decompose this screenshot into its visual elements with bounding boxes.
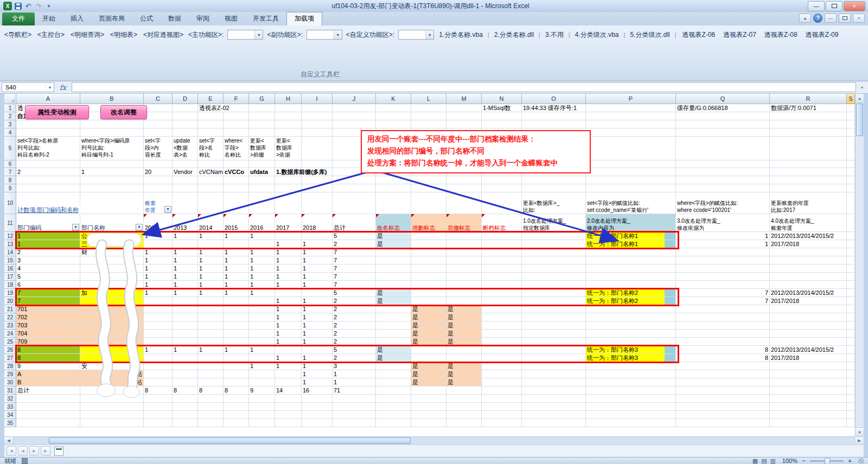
- ribbon-tab-加载项[interactable]: 加载项: [286, 12, 322, 25]
- cell-S16[interactable]: [847, 265, 855, 273]
- cell-R2[interactable]: [770, 112, 847, 120]
- cell-Q25[interactable]: [676, 338, 770, 346]
- row-header-26[interactable]: 26: [4, 346, 16, 354]
- cell-O22[interactable]: [522, 313, 586, 321]
- cell-N10[interactable]: [482, 192, 522, 214]
- workbook-close-button[interactable]: ×: [853, 14, 865, 23]
- addin-pivot-item[interactable]: 透视表Z-08: [762, 30, 800, 40]
- ribbon-tab-开始[interactable]: 开始: [35, 12, 63, 25]
- cell-C17[interactable]: 1: [144, 273, 173, 281]
- cell-F6[interactable]: [224, 160, 249, 168]
- cell-H15[interactable]: 1: [275, 256, 302, 265]
- vertical-scrollbar[interactable]: ▲ ▼: [855, 94, 864, 436]
- cell-D3[interactable]: [173, 120, 198, 128]
- cell-N28[interactable]: [482, 362, 522, 370]
- cell-I16[interactable]: 1: [302, 265, 333, 273]
- cell-H22[interactable]: 1: [275, 313, 302, 321]
- cell-R13[interactable]: 2017/2018: [770, 240, 847, 248]
- cell-I30[interactable]: 1: [302, 378, 333, 386]
- column-header-H[interactable]: H: [275, 94, 302, 104]
- cell-S25[interactable]: [847, 338, 855, 346]
- cell-Q30[interactable]: [676, 378, 770, 386]
- cell-P24[interactable]: [586, 330, 676, 338]
- zoom-slider-thumb[interactable]: [825, 458, 830, 464]
- cell-K8[interactable]: [376, 176, 411, 184]
- cell-I10[interactable]: [302, 192, 333, 214]
- cell-E31[interactable]: 8: [198, 386, 224, 395]
- cell-H14[interactable]: 1: [275, 248, 302, 256]
- cell-O15[interactable]: [522, 256, 586, 265]
- cell-I5[interactable]: [302, 137, 333, 160]
- cell-M34[interactable]: [446, 411, 482, 419]
- cell-D16[interactable]: 1: [173, 265, 198, 273]
- scroll-right-icon[interactable]: ▶: [854, 437, 864, 444]
- cell-B7[interactable]: 1: [80, 168, 144, 176]
- row-header-30[interactable]: 30: [4, 378, 16, 386]
- cell-J2[interactable]: [333, 112, 376, 120]
- cell-A6[interactable]: [16, 160, 80, 168]
- cell-H2[interactable]: [275, 112, 302, 120]
- cell-E34[interactable]: [198, 411, 224, 419]
- cell-O23[interactable]: [522, 321, 586, 330]
- cell-L21[interactable]: 是: [411, 305, 446, 313]
- cell-P2[interactable]: [586, 112, 676, 120]
- cell-S7[interactable]: [847, 168, 855, 176]
- cell-G3[interactable]: [249, 120, 275, 128]
- cell-C5[interactable]: set<字 段>内 容长度: [144, 137, 173, 160]
- cell-E23[interactable]: [198, 321, 224, 330]
- cell-O10[interactable]: 更新<数据库>_ 比如:: [522, 192, 586, 214]
- cell-S33[interactable]: [847, 403, 855, 411]
- chevron-down-icon[interactable]: ▼: [425, 30, 433, 39]
- cell-J24[interactable]: 2: [333, 330, 376, 338]
- cell-S6[interactable]: [847, 160, 855, 168]
- column-header-E[interactable]: E: [198, 94, 224, 104]
- cell-R22[interactable]: [770, 313, 847, 321]
- cell-O21[interactable]: [522, 305, 586, 313]
- cell-G32[interactable]: [249, 395, 275, 403]
- cell-E2[interactable]: [198, 112, 224, 120]
- column-header-J[interactable]: J: [333, 94, 376, 104]
- cell-Q16[interactable]: [676, 265, 770, 273]
- cell-G34[interactable]: [249, 411, 275, 419]
- cell-A7[interactable]: 2: [16, 168, 80, 176]
- cell-Q2[interactable]: [676, 112, 770, 120]
- cell-B5[interactable]: where<字段>编码原 列号比如: 科目编号列-1: [80, 137, 144, 160]
- cell-P10[interactable]: set<字段>的赋值比如: set ccode_name='某银行': [586, 192, 676, 214]
- cell-H28[interactable]: 1: [275, 362, 302, 370]
- row-header-21[interactable]: 21: [4, 305, 16, 313]
- cell-R18[interactable]: [770, 281, 847, 289]
- cell-R32[interactable]: [770, 395, 847, 403]
- cell-D35[interactable]: [173, 419, 198, 427]
- cell-N9[interactable]: [482, 184, 522, 192]
- cell-C8[interactable]: [144, 176, 173, 184]
- cell-R34[interactable]: [770, 411, 847, 419]
- cell-D29[interactable]: [173, 370, 198, 378]
- cell-B30[interactable]: 站: [80, 378, 144, 386]
- cell-P4[interactable]: [586, 128, 676, 137]
- cell-H34[interactable]: [275, 411, 302, 419]
- cell-S19[interactable]: [847, 289, 855, 297]
- ribbon-tab-插入[interactable]: 插入: [63, 12, 91, 25]
- cell-C31[interactable]: 8: [144, 386, 173, 395]
- cell-F29[interactable]: [224, 370, 249, 378]
- zoom-slider[interactable]: [810, 460, 844, 462]
- undo-icon[interactable]: ↶: [24, 2, 33, 10]
- cell-N16[interactable]: [482, 265, 522, 273]
- row-header-19[interactable]: 19: [4, 289, 16, 297]
- cell-A9[interactable]: [16, 184, 80, 192]
- cell-Q8[interactable]: [676, 176, 770, 184]
- cell-F30[interactable]: [224, 378, 249, 386]
- cell-G4[interactable]: [249, 128, 275, 137]
- cell-P5[interactable]: [586, 137, 676, 160]
- cell-O31[interactable]: [522, 386, 586, 395]
- cell-K16[interactable]: [376, 265, 411, 273]
- column-header-O[interactable]: O: [522, 94, 586, 104]
- cell-Q35[interactable]: [676, 419, 770, 427]
- cell-H23[interactable]: 1: [275, 321, 302, 330]
- cell-Q19[interactable]: 7: [676, 289, 770, 297]
- cell-S24[interactable]: [847, 330, 855, 338]
- cell-D11[interactable]: 2013: [173, 214, 198, 232]
- column-header-Q[interactable]: Q: [676, 94, 770, 104]
- cell-Q21[interactable]: [676, 305, 770, 313]
- cell-S2[interactable]: [847, 112, 855, 120]
